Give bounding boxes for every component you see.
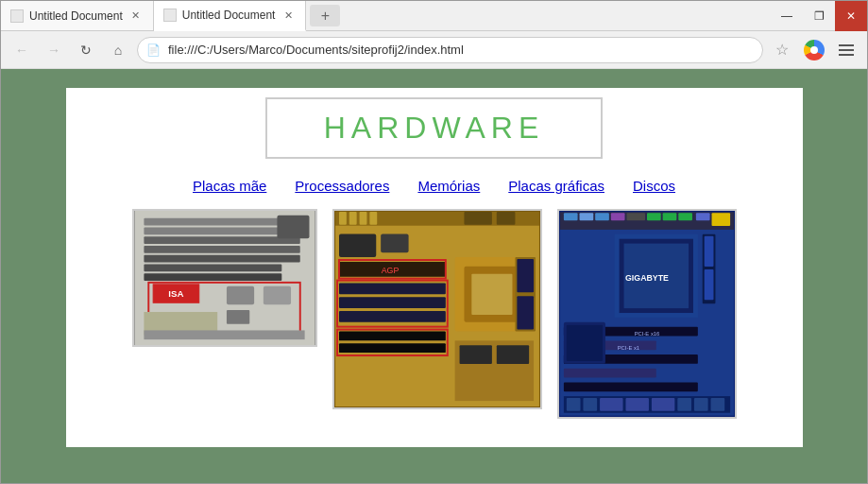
address-lock-icon: 📄: [146, 43, 161, 57]
tab-2-close[interactable]: ✕: [281, 8, 296, 23]
close-button[interactable]: ✕: [835, 1, 867, 31]
svg-rect-79: [677, 398, 691, 411]
svg-text:GIGABYTE: GIGABYTE: [625, 273, 669, 283]
address-wrap: 📄: [137, 37, 763, 63]
svg-rect-75: [583, 398, 597, 411]
svg-rect-13: [226, 310, 248, 324]
page-content: HARDWARE Placas mãe Processadores Memóri…: [1, 69, 867, 483]
svg-rect-55: [662, 213, 676, 220]
browser-window: Untitled Document ✕ Untitled Document ✕ …: [0, 0, 868, 484]
motherboard-images: ISA: [123, 209, 746, 428]
tab-2-favicon: [163, 9, 177, 22]
restore-button[interactable]: ❐: [803, 1, 835, 31]
svg-rect-64: [704, 236, 713, 267]
svg-rect-51: [595, 213, 609, 220]
reload-button[interactable]: ↻: [73, 37, 99, 63]
tab-1-favicon: [10, 9, 24, 23]
chrome-icon[interactable]: [801, 37, 827, 63]
forward-button[interactable]: →: [41, 37, 67, 63]
svg-rect-16: [277, 216, 309, 238]
page-footer: [20, 447, 848, 483]
motherboard-image-isa: ISA: [132, 209, 317, 347]
page-title-box: HARDWARE: [265, 97, 603, 159]
bookmark-star-icon[interactable]: ☆: [769, 37, 795, 63]
svg-rect-39: [381, 234, 408, 253]
svg-rect-52: [610, 213, 624, 220]
svg-rect-24: [496, 212, 515, 225]
svg-rect-36: [339, 343, 446, 353]
svg-rect-38: [339, 234, 376, 258]
svg-rect-19: [339, 212, 347, 225]
motherboard-image-agp: AGP: [332, 209, 542, 409]
svg-rect-70: [563, 382, 697, 391]
svg-rect-6: [144, 264, 281, 271]
tab-1-close[interactable]: ✕: [128, 9, 144, 24]
svg-rect-76: [600, 398, 622, 411]
svg-rect-81: [710, 398, 724, 411]
tab-1-label: Untitled Document: [29, 9, 123, 23]
svg-rect-41: [459, 345, 491, 364]
svg-rect-77: [625, 398, 648, 411]
svg-rect-5: [144, 255, 299, 263]
svg-rect-1: [144, 218, 299, 226]
minimize-button[interactable]: —: [771, 1, 803, 31]
page-title: HARDWARE: [324, 111, 544, 145]
svg-rect-49: [563, 213, 577, 220]
window-controls: — ❐ ✕: [771, 1, 867, 30]
svg-rect-31: [339, 284, 446, 295]
svg-text:PCI-E x1: PCI-E x1: [617, 345, 638, 351]
title-bar: Untitled Document ✕ Untitled Document ✕ …: [1, 1, 867, 31]
svg-rect-27: [471, 274, 512, 315]
new-tab-button[interactable]: +: [310, 5, 340, 26]
svg-rect-72: [566, 325, 602, 361]
svg-rect-80: [693, 398, 707, 411]
tab-1[interactable]: Untitled Document ✕: [1, 1, 154, 30]
tab-2-label: Untitled Document: [182, 9, 276, 22]
svg-rect-20: [349, 212, 356, 225]
svg-rect-2: [144, 228, 299, 235]
svg-rect-32: [339, 297, 446, 308]
svg-rect-22: [369, 212, 377, 225]
svg-rect-65: [704, 269, 713, 300]
svg-rect-12: [263, 286, 290, 304]
motherboard-image-gigabyte: GIGABYTE: [557, 209, 737, 419]
svg-rect-78: [651, 398, 673, 411]
svg-rect-56: [678, 213, 692, 220]
svg-rect-33: [339, 311, 446, 322]
svg-rect-15: [144, 330, 304, 339]
nav-processadores[interactable]: Processadores: [295, 178, 389, 194]
svg-rect-74: [566, 398, 580, 411]
nav-links: Placas mãe Processadores Memórias Placas…: [193, 178, 675, 194]
home-button[interactable]: ⌂: [105, 37, 131, 63]
address-input[interactable]: [137, 37, 763, 63]
svg-rect-4: [144, 246, 299, 253]
page-white-area: HARDWARE Placas mãe Processadores Memóri…: [66, 88, 803, 447]
svg-rect-21: [359, 212, 366, 225]
svg-rect-53: [626, 213, 645, 220]
svg-rect-44: [517, 259, 534, 292]
nav-placas-graficas[interactable]: Placas gráficas: [508, 178, 604, 194]
nav-memorias[interactable]: Memórias: [417, 178, 480, 194]
nav-discos[interactable]: Discos: [633, 178, 675, 194]
nav-placas-mae[interactable]: Placas mãe: [193, 178, 266, 194]
svg-rect-42: [496, 345, 528, 364]
svg-rect-58: [711, 213, 730, 226]
svg-text:AGP: AGP: [381, 266, 399, 275]
back-button[interactable]: ←: [9, 37, 35, 63]
svg-rect-69: [563, 369, 655, 378]
address-bar: ← → ↻ ⌂ 📄 ☆: [1, 31, 867, 69]
svg-text:PCI-E x16: PCI-E x16: [634, 331, 659, 337]
tab-2[interactable]: Untitled Document ✕: [154, 1, 307, 31]
svg-text:ISA: ISA: [168, 288, 183, 299]
svg-rect-11: [226, 286, 253, 304]
svg-rect-23: [464, 212, 491, 225]
svg-rect-3: [144, 236, 299, 244]
svg-rect-45: [517, 296, 534, 329]
svg-rect-35: [339, 332, 446, 341]
svg-rect-50: [579, 213, 593, 220]
svg-rect-54: [647, 213, 661, 220]
svg-rect-57: [695, 213, 709, 220]
menu-button[interactable]: [833, 37, 859, 63]
svg-rect-7: [144, 273, 281, 281]
